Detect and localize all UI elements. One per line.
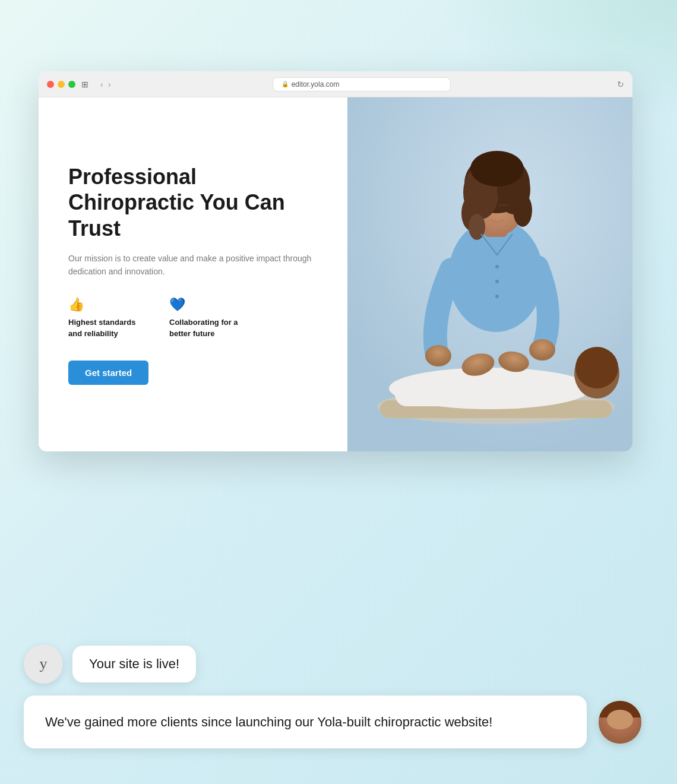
forward-button[interactable]: › (108, 80, 111, 89)
svg-point-15 (513, 194, 532, 227)
hero-subtitle: Our mission is to create value and make … (68, 252, 318, 279)
testimonial-text: We've gained more clients since launchin… (45, 715, 492, 729)
chat-section: y Your site is live! We've gained more c… (24, 644, 641, 748)
chat-testimonial-row: We've gained more clients since launchin… (24, 696, 641, 748)
svg-point-6 (575, 347, 618, 388)
back-button[interactable]: ‹ (100, 80, 103, 89)
url-text: editor.yola.com (292, 80, 340, 88)
svg-point-23 (495, 295, 499, 298)
chat-live-row: y Your site is live! (24, 644, 641, 684)
browser-content: Professional Chiropractic You Can Trust … (39, 97, 632, 451)
avatar-face (607, 710, 632, 729)
chiro-illustration (347, 97, 632, 451)
dot-red[interactable] (47, 81, 54, 88)
hero-right-panel: Unsplash+ Unsplash+ Unsplash+ Unsplash+ … (347, 97, 632, 451)
svg-point-18 (529, 339, 555, 361)
svg-point-17 (425, 345, 451, 366)
feature-item-1: 👍 Highest standards and reliability (68, 297, 145, 339)
dot-yellow[interactable] (58, 81, 65, 88)
svg-point-21 (495, 265, 499, 268)
browser-toolbar: ⊞ ‹ › 🔒 editor.yola.com ↻ (39, 71, 632, 97)
get-started-button[interactable]: Get started (68, 361, 148, 385)
sidebar-toggle-icon[interactable]: ⊞ (81, 80, 88, 89)
address-bar[interactable]: 🔒 editor.yola.com (273, 77, 451, 91)
refresh-button[interactable]: ↻ (617, 80, 624, 89)
heart-icon: 💙 (169, 297, 246, 312)
address-bar-wrapper: 🔒 editor.yola.com (116, 77, 606, 91)
yola-letter: y (40, 655, 48, 673)
traffic-lights (47, 81, 75, 88)
yola-avatar: y (24, 644, 63, 684)
lock-icon: 🔒 (281, 81, 289, 87)
hero-title: Professional Chiropractic You Can Trust (68, 164, 318, 241)
thumbs-up-icon: 👍 (68, 297, 145, 312)
feature-1-text: Highest standards and reliability (68, 317, 145, 339)
hero-left-panel: Professional Chiropractic You Can Trust … (39, 97, 347, 451)
live-message-text: Your site is live! (89, 656, 179, 671)
svg-point-13 (470, 151, 524, 186)
hero-image: Unsplash+ Unsplash+ Unsplash+ Unsplash+ … (347, 97, 632, 451)
feature-2-text: Collaborating for a better future (169, 317, 246, 339)
feature-item-2: 💙 Collaborating for a better future (169, 297, 246, 339)
svg-rect-4 (395, 382, 502, 406)
browser-window: ⊞ ‹ › 🔒 editor.yola.com ↻ Professional C… (39, 71, 632, 451)
features-row: 👍 Highest standards and reliability 💙 Co… (68, 297, 318, 339)
testimonial-bubble: We've gained more clients since launchin… (24, 696, 587, 748)
user-avatar (599, 701, 641, 744)
dot-green[interactable] (68, 81, 75, 88)
live-message-bubble: Your site is live! (72, 646, 196, 682)
user-avatar-inner (599, 701, 641, 744)
svg-point-22 (495, 280, 499, 283)
browser-controls: ‹ › (100, 80, 110, 89)
